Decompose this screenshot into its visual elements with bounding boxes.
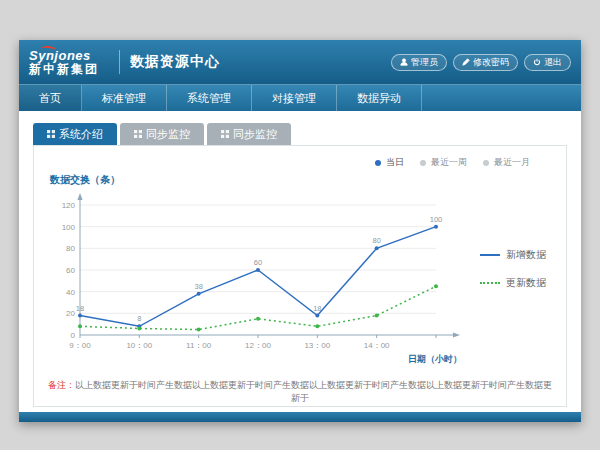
tab-system-intro[interactable]: 系统介绍 xyxy=(33,123,117,145)
logout-label: 退出 xyxy=(544,56,562,69)
nav-item-home[interactable]: 首页 xyxy=(19,85,82,111)
chart-row: 0204060801001209：0010：0011：0012：0013：001… xyxy=(44,189,556,375)
svg-text:18: 18 xyxy=(313,304,321,313)
filter-label: 最近一周 xyxy=(431,156,467,169)
grid-icon xyxy=(221,130,229,138)
remark-note: 备注：以上数据更新于时间产生数据以上数据更新于时间产生数据以上数据更新于时间产生… xyxy=(44,379,556,405)
filter-last-week[interactable]: 最近一周 xyxy=(420,156,467,169)
filter-last-month[interactable]: 最近一月 xyxy=(483,156,530,169)
series-legend: 新增数据 更新数据 xyxy=(480,248,546,290)
svg-text:80: 80 xyxy=(372,236,380,245)
filter-today[interactable]: 当日 xyxy=(375,156,404,169)
chart-panel: 当日 最近一周 最近一月 数据交换（条） 0204060801001209：00… xyxy=(33,145,567,407)
svg-text:100: 100 xyxy=(62,223,76,232)
dot-icon xyxy=(420,160,426,166)
legend-update-data: 更新数据 xyxy=(480,276,546,290)
period-filter-legend: 当日 最近一周 最近一月 xyxy=(44,152,556,171)
tab-label: 同步监控 xyxy=(233,127,277,142)
header-actions: 管理员 修改密码 退出 xyxy=(391,54,571,71)
logo-subtext: 新中新集团 xyxy=(29,63,99,76)
nav-item-system[interactable]: 系统管理 xyxy=(167,85,252,111)
svg-text:80: 80 xyxy=(66,244,75,253)
nav-item-data-change[interactable]: 数据异动 xyxy=(337,85,422,111)
app-header: Synjones 新中新集团 数据资源中心 管理员 修改密码 退出 xyxy=(19,40,581,84)
svg-text:9：00: 9：00 xyxy=(69,341,91,350)
main-content: 系统介绍 同步监控 同步监控 当日 最近一周 xyxy=(19,111,581,412)
app-footer xyxy=(19,412,581,422)
solid-line-icon xyxy=(480,254,500,256)
svg-text:120: 120 xyxy=(62,201,76,210)
change-password-label: 修改密码 xyxy=(473,56,509,69)
dot-icon xyxy=(375,160,381,166)
company-logo: Synjones 新中新集团 xyxy=(29,49,99,75)
svg-text:日期（小时）: 日期（小时） xyxy=(408,354,462,364)
svg-text:60: 60 xyxy=(254,258,262,267)
grid-icon xyxy=(134,130,142,138)
svg-text:12：00: 12：00 xyxy=(245,341,271,350)
dot-icon xyxy=(483,160,489,166)
admin-user-button[interactable]: 管理员 xyxy=(391,54,447,71)
grid-icon xyxy=(47,130,55,138)
app-title: 数据资源中心 xyxy=(130,53,220,71)
logout-button[interactable]: 退出 xyxy=(524,54,571,71)
power-icon xyxy=(533,58,541,66)
svg-text:13：00: 13：00 xyxy=(304,341,330,350)
header-divider xyxy=(119,50,120,74)
tab-sync-monitor-2[interactable]: 同步监控 xyxy=(207,123,291,145)
dotted-line-icon xyxy=(480,282,500,284)
y-axis-title: 数据交换（条） xyxy=(50,173,556,187)
svg-text:8: 8 xyxy=(137,314,141,323)
legend-new-data: 新增数据 xyxy=(480,248,546,262)
svg-text:38: 38 xyxy=(194,282,202,291)
logo-text: Synjones xyxy=(29,49,99,63)
svg-text:60: 60 xyxy=(66,266,75,275)
filter-label: 最近一月 xyxy=(494,156,530,169)
svg-text:11：00: 11：00 xyxy=(186,341,212,350)
change-password-button[interactable]: 修改密码 xyxy=(453,54,518,71)
svg-text:40: 40 xyxy=(66,288,75,297)
svg-text:0: 0 xyxy=(71,331,76,340)
remark-prefix: 备注： xyxy=(48,380,75,390)
series-label: 新增数据 xyxy=(506,248,546,262)
series-label: 更新数据 xyxy=(506,276,546,290)
tab-bar: 系统介绍 同步监控 同步监控 xyxy=(33,123,567,145)
tab-label: 系统介绍 xyxy=(59,127,103,142)
svg-text:14：00: 14：00 xyxy=(364,341,390,350)
nav-item-docking[interactable]: 对接管理 xyxy=(252,85,337,111)
svg-text:20: 20 xyxy=(66,309,75,318)
user-icon xyxy=(400,58,408,66)
svg-text:18: 18 xyxy=(76,304,84,313)
remark-text: 以上数据更新于时间产生数据以上数据更新于时间产生数据以上数据更新于时间产生数据以… xyxy=(75,380,552,403)
svg-text:100: 100 xyxy=(430,215,443,224)
tab-label: 同步监控 xyxy=(146,127,190,142)
logo-swoosh-icon xyxy=(41,45,57,54)
main-nav: 首页 标准管理 系统管理 对接管理 数据异动 xyxy=(19,84,581,111)
app-window: Synjones 新中新集团 数据资源中心 管理员 修改密码 退出 首页 标准管… xyxy=(19,40,581,422)
admin-user-label: 管理员 xyxy=(411,56,438,69)
nav-item-standards[interactable]: 标准管理 xyxy=(82,85,167,111)
exchange-chart: 0204060801001209：0010：0011：0012：0013：001… xyxy=(44,189,474,375)
tab-sync-monitor-1[interactable]: 同步监控 xyxy=(120,123,204,145)
svg-text:10：00: 10：00 xyxy=(126,341,152,350)
filter-label: 当日 xyxy=(386,156,404,169)
pencil-icon xyxy=(462,58,470,66)
